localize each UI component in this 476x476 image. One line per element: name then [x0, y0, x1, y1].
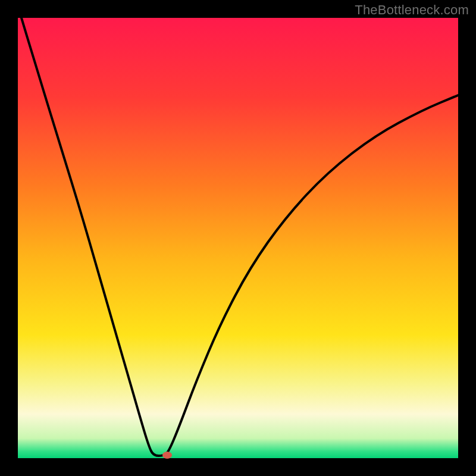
optimum-marker	[162, 452, 172, 459]
attribution-text: TheBottleneck.com	[355, 2, 469, 18]
chart-frame: TheBottleneck.com	[0, 0, 476, 476]
bottleneck-chart	[0, 0, 476, 476]
plot-area	[18, 18, 458, 458]
